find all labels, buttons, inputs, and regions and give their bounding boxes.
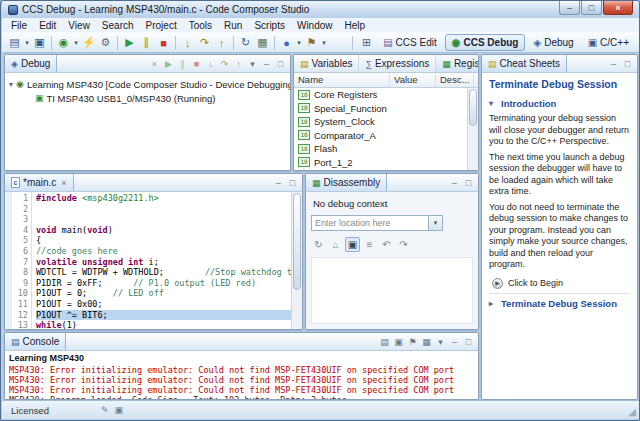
combo-dropdown-icon[interactable]: ▾ (428, 216, 442, 230)
home-icon[interactable]: ⌂ (328, 237, 343, 252)
debug-menu-arrow[interactable]: ▾ (72, 34, 80, 51)
click-to-begin[interactable]: ▶Click to Begin (492, 278, 630, 290)
scrollbar-thumb[interactable] (293, 193, 301, 290)
maximize-icon[interactable]: □ (275, 59, 286, 69)
code-line[interactable]: { (36, 235, 302, 246)
maximize-icon[interactable]: □ (463, 178, 474, 188)
new-file-icon[interactable]: ▤ (6, 34, 23, 51)
menu-search[interactable]: Search (96, 20, 140, 31)
location-combo[interactable]: ▾ (311, 215, 443, 231)
column-header-name[interactable]: Name (294, 73, 390, 87)
remove-terminated-icon[interactable]: × (149, 59, 160, 69)
code-line[interactable] (36, 204, 302, 215)
tab-console[interactable]: ▤ Console (5, 333, 66, 350)
register-group-row[interactable]: 10Comparator_A (294, 129, 478, 143)
register-group-row[interactable]: 10System_Clock (294, 115, 478, 129)
breakpoint-menu-arrow[interactable]: ▾ (295, 34, 303, 51)
refresh-icon[interactable]: ↻ (311, 237, 326, 252)
maximize-icon[interactable]: □ (622, 59, 633, 69)
perspective-tab-debug[interactable]: ◈Debug (527, 35, 579, 50)
back-icon[interactable]: ↶ (379, 237, 394, 252)
suspend-icon[interactable]: ∥ (177, 59, 188, 69)
display-console-icon[interactable]: ▦ (421, 337, 432, 347)
code-line[interactable]: #include <msp430g2211.h> (36, 193, 302, 204)
menu-tools[interactable]: Tools (183, 20, 218, 31)
clear-console-icon[interactable]: ▤ (379, 337, 390, 347)
code-line[interactable]: WDTCTL = WDTPW + WDTHOLD; //Stop watchdo… (36, 267, 302, 278)
column-header-desc[interactable]: Desc... (436, 73, 474, 87)
menu-help[interactable]: Help (339, 20, 372, 31)
step-over-icon[interactable]: ↷ (196, 34, 213, 51)
step-into-icon[interactable]: ↓ (179, 34, 196, 51)
resume-icon[interactable]: ▶ (163, 59, 174, 69)
menu-view[interactable]: View (62, 20, 96, 31)
tab-registers[interactable]: ▦Registers (436, 55, 479, 72)
code-line[interactable]: P1OUT = 0; // LED off (36, 288, 302, 299)
view-menu-icon[interactable]: ▾ (435, 337, 446, 347)
perspective-tab-ccs-edit[interactable]: ▤CCS Edit (377, 35, 443, 50)
scrollbar-thumb[interactable] (469, 89, 477, 126)
minimize-icon[interactable]: – (449, 337, 460, 347)
debug-tree-node[interactable]: ▾◉Learning MSP430 [Code Composer Studio … (7, 77, 288, 91)
tab-disassembly[interactable]: ▦ Disassembly (306, 174, 387, 191)
terminate-icon[interactable]: ■ (155, 34, 172, 51)
minimize-icon[interactable]: – (608, 59, 619, 69)
suspend-icon[interactable]: ∥ (138, 34, 155, 51)
refresh-icon[interactable]: ↻ (237, 34, 254, 51)
register-group-row[interactable]: 10Core Registers (294, 88, 478, 102)
registers-scrollbar[interactable] (467, 88, 478, 170)
pin-icon[interactable]: ⚑ (303, 34, 320, 51)
maximize-button[interactable]: □ (581, 1, 602, 15)
pin-menu-arrow[interactable]: ▾ (320, 34, 328, 51)
forward-icon[interactable]: ↷ (396, 237, 411, 252)
lock-scroll-icon[interactable]: ▣ (345, 237, 360, 252)
menu-project[interactable]: Project (140, 20, 183, 31)
open-perspective-icon[interactable]: ⊞ (358, 34, 375, 51)
close-button[interactable]: × (603, 1, 633, 15)
tab-expressions[interactable]: ∑Expressions (359, 55, 436, 72)
terminate-icon[interactable]: ■ (191, 59, 202, 69)
step-return-icon[interactable]: ↑ (233, 59, 244, 69)
build-icon[interactable]: ⚙ (97, 34, 114, 51)
perspective-tab-c-c[interactable]: ▣C/C++ (582, 35, 635, 50)
code-line[interactable]: while(1) (36, 320, 302, 330)
step-over-icon[interactable]: ↷ (219, 59, 230, 69)
expand-arrow-icon[interactable]: ▸ (489, 298, 497, 310)
minimize-icon[interactable]: – (449, 178, 460, 188)
menu-edit[interactable]: Edit (33, 20, 62, 31)
breakpoint-icon[interactable]: ● (278, 34, 295, 51)
maximize-icon[interactable]: □ (287, 178, 298, 188)
perspective-tab-ccs-debug[interactable]: ◉CCS Debug (445, 34, 526, 51)
expand-arrow-icon[interactable]: ▾ (9, 80, 13, 89)
code-line[interactable]: P1OUT = 0x00; (36, 299, 302, 310)
section-header[interactable]: ▾Introduction (489, 98, 630, 110)
new-file-menu-arrow[interactable]: ▾ (23, 34, 31, 51)
minimize-icon[interactable]: – (273, 178, 284, 188)
debug-tree-node[interactable]: ▣TI MSP430 USB1_0/MSP430 (Running) (7, 91, 288, 105)
code-line[interactable]: //code goes here (36, 246, 302, 257)
section-header[interactable]: ▸Terminate Debug Session (489, 298, 630, 310)
flash-icon[interactable]: ⚡ (80, 34, 97, 51)
show-source-icon[interactable]: ≡ (362, 237, 377, 252)
code-line[interactable]: P1DIR = 0xFF; // P1.0 output (LED red) (36, 278, 302, 289)
collapse-arrow-icon[interactable]: ▾ (489, 98, 497, 110)
pin-console-icon[interactable]: ⚑ (407, 337, 418, 347)
step-return-icon[interactable]: ↑ (213, 34, 230, 51)
editor-body[interactable]: 12345678910111213 #include <msp430g2211.… (5, 192, 302, 330)
scroll-lock-icon[interactable]: ▣ (393, 337, 404, 347)
minimize-button[interactable]: – (559, 1, 580, 15)
tab-variables[interactable]: ▤Variables (294, 55, 359, 72)
step-into-icon[interactable]: ↓ (205, 59, 216, 69)
view-menu-icon[interactable]: ▾ (247, 59, 258, 69)
save-icon[interactable]: ▣ (31, 34, 48, 51)
close-tab-icon[interactable]: × (59, 178, 66, 188)
tab-debug[interactable]: ◈ Debug (5, 55, 57, 72)
register-group-row[interactable]: 10Flash (294, 142, 478, 156)
register-group-row[interactable]: 10Special_Function (294, 102, 478, 116)
memory-icon[interactable]: ▦ (254, 34, 271, 51)
editor-scrollbar[interactable] (291, 192, 302, 330)
register-group-row[interactable]: 10Port_1_2 (294, 156, 478, 170)
code-line[interactable]: void main(void) (36, 225, 302, 236)
column-header-value[interactable]: Value (390, 73, 436, 87)
maximize-icon[interactable]: □ (463, 337, 474, 347)
